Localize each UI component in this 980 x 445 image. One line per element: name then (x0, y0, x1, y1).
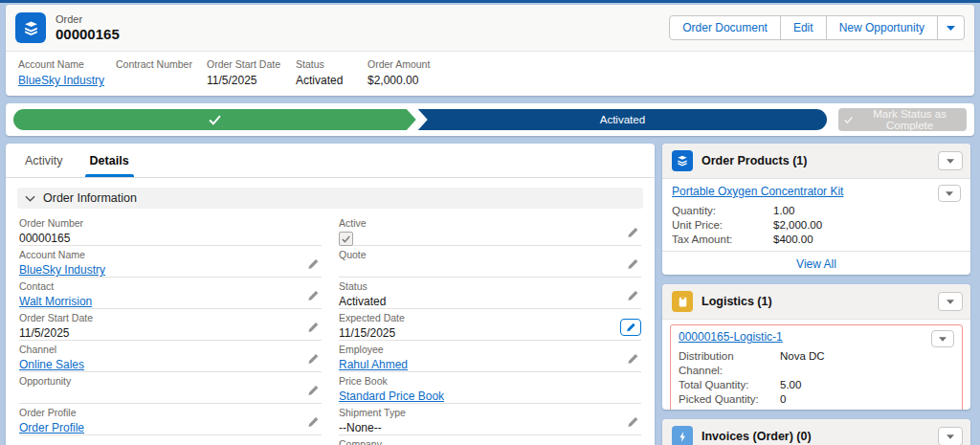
view-all-link[interactable]: View All (796, 257, 836, 271)
field-label: Company (339, 438, 641, 445)
invoices-header: Invoices (Order) (0) (662, 419, 970, 445)
order-entity-icon (15, 12, 46, 43)
field-value: $2,000.00 (368, 74, 430, 87)
tab-activity[interactable]: Activity (11, 144, 77, 177)
new-opportunity-button[interactable]: New Opportunity (826, 15, 938, 40)
chevron-down-icon (947, 434, 954, 439)
field-label: Status (339, 280, 641, 292)
product-tax-amount-row: Tax Amount: $400.00 (672, 233, 961, 247)
edit-icon[interactable] (307, 353, 320, 366)
field-label: Opportunity (19, 375, 322, 387)
price-book-link[interactable]: Standard Price Book (339, 389, 444, 403)
card-title: Logistics (1) (702, 295, 772, 308)
check-icon (342, 235, 350, 243)
order-document-button[interactable]: Order Document (669, 15, 781, 40)
field-value: Activated (296, 74, 362, 87)
order-product-row-dropdown-button[interactable] (938, 185, 961, 202)
logistic-record-link[interactable]: 00000165-Logistic-1 (679, 330, 783, 344)
chevron-down-icon (947, 300, 954, 304)
more-actions-dropdown-button[interactable] (937, 15, 965, 40)
invoices-dropdown-button[interactable] (938, 427, 963, 445)
edit-icon[interactable] (627, 290, 639, 302)
field-label: Account Name (18, 58, 110, 70)
field-label: Account Name (19, 249, 322, 260)
path-track: Activated (13, 109, 827, 130)
mark-status-complete-button[interactable]: Mark Status as Complete (838, 108, 967, 131)
edit-icon[interactable] (627, 353, 639, 366)
record-name: 00000165 (56, 26, 120, 42)
section-title: Order Information (43, 191, 137, 205)
order-products-header: Order Products (1) (662, 144, 970, 179)
order-profile-link[interactable]: Order Profile (19, 421, 84, 434)
chevron-down-icon (946, 191, 953, 196)
field-opportunity: Opportunity (19, 372, 322, 404)
edit-button-active[interactable] (620, 319, 641, 336)
kv-value: $2,000.00 (773, 218, 822, 233)
field-price-book: Price Book Standard Price Book (339, 372, 641, 404)
related-lists-sidebar: Order Products (1) Portable Oxygen Conce… (662, 144, 970, 445)
edit-icon[interactable] (307, 385, 320, 397)
path-stage-current[interactable]: Activated (418, 109, 827, 130)
order-products-card: Order Products (1) Portable Oxygen Conce… (662, 144, 970, 275)
edit-icon (626, 323, 636, 333)
field-label: Contact (19, 280, 322, 292)
edit-icon[interactable] (627, 227, 639, 239)
tab-bar: Activity Details (6, 144, 655, 178)
logistics-dropdown-button[interactable] (938, 292, 963, 311)
details-form: Order Number 00000165 Active Account Nam… (6, 212, 655, 445)
kv-value: $400.00 (773, 233, 813, 247)
field-label: Contract Number (116, 58, 201, 70)
field-value: --None-- (339, 421, 641, 434)
channel-link[interactable]: Online Sales (19, 358, 84, 371)
order-information-section-header[interactable]: Order Information (17, 188, 643, 209)
highlight-contract-number: Contract Number (116, 58, 207, 87)
path-stage-completed[interactable] (13, 109, 416, 130)
field-order-number: Order Number 00000165 (19, 214, 322, 246)
contact-link[interactable]: Walt Morrision (19, 295, 92, 308)
employee-link[interactable]: Rahul Ahmed (339, 358, 408, 371)
field-value: 11/15/2025 (339, 326, 641, 340)
field-active: Active (339, 214, 641, 246)
field-label: Status (296, 58, 362, 70)
edit-icon[interactable] (627, 416, 639, 429)
chevron-down-icon (947, 159, 954, 164)
edit-icon[interactable] (307, 258, 320, 271)
field-order-profile: Order Profile Order Profile (19, 404, 322, 435)
record-detail-card: Activity Details Order Information Order… (6, 144, 655, 445)
field-contact: Contact Walt Morrision (19, 278, 322, 309)
logistics-item: 00000165-Logistic-1 (679, 330, 954, 347)
kv-label: Distribution Channel: (679, 349, 780, 378)
edit-icon[interactable] (307, 290, 320, 302)
account-name-link[interactable]: BlueSky Industry (18, 74, 104, 87)
order-products-dropdown-button[interactable] (938, 151, 963, 170)
field-order-start-date: Order Start Date 11/5/2025 (19, 309, 322, 341)
logistic-row-dropdown-button[interactable] (931, 330, 954, 347)
chevron-down-icon (939, 337, 947, 342)
edit-icon[interactable] (627, 258, 639, 271)
chevron-down-icon (25, 195, 35, 202)
order-product-link[interactable]: Portable Oxygen Concentrator Kit (672, 185, 843, 198)
field-company: Company NexGen Industries (339, 435, 641, 445)
total-quantity-row: Total Quantity: 5.00 (679, 378, 954, 392)
logistics-item-highlight-box: 00000165-Logistic-1 Distribution Channel… (670, 324, 963, 410)
distribution-channel-link[interactable]: Nova DC (780, 349, 825, 378)
edit-icon[interactable] (307, 322, 320, 334)
account-name-link[interactable]: BlueSky Industry (19, 263, 105, 277)
invoices-icon (672, 426, 693, 445)
kv-label: Picked Quantity: (679, 392, 780, 407)
check-icon (209, 115, 221, 125)
active-checkbox[interactable] (339, 232, 353, 246)
field-status: Status Activated (339, 278, 641, 309)
edit-button[interactable]: Edit (780, 15, 827, 40)
kv-label: Total Quantity: (679, 378, 780, 392)
highlight-status: Status Activated (296, 58, 368, 87)
field-quote: Quote (339, 246, 641, 278)
main-area: Activity Details Order Information Order… (6, 144, 974, 445)
field-value: 11/5/2025 (19, 326, 322, 340)
tab-details[interactable]: Details (77, 144, 143, 177)
field-label: Order Amount (368, 58, 430, 70)
field-label: Order Number (19, 217, 322, 229)
kv-label: Quantity: (672, 204, 773, 218)
edit-icon[interactable] (307, 416, 320, 429)
field-value: Activated (339, 295, 641, 308)
